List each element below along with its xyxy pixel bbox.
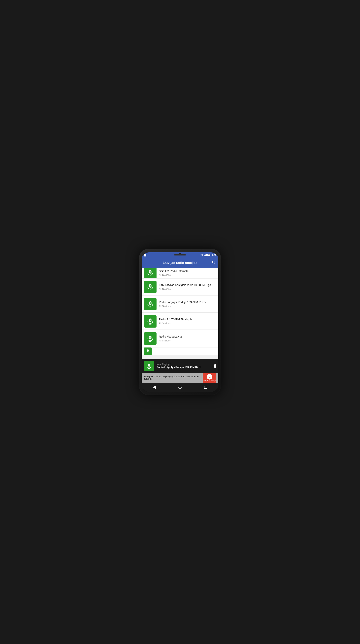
station-name: Spin FM Radio Interneta [159, 269, 216, 273]
recent-nav-icon [204, 386, 207, 389]
list-item[interactable]: Radio Latgolys Radeja 103.0FM Rēznē All … [142, 296, 218, 312]
now-playing-bar[interactable]: Now Playing : Radio Latgolys Radeja 103.… [142, 359, 218, 373]
station-name: LKR Latvijas Kristīgais radio 101.8FM Ri… [159, 283, 216, 287]
back-button[interactable]: ← [144, 260, 148, 265]
svg-point-26 [149, 365, 149, 366]
station-name: Radio Maria Latvia [159, 335, 216, 338]
signal-bars [204, 254, 207, 256]
station-icon [144, 281, 156, 293]
station-category: All Stations [159, 288, 216, 290]
app-title: Latvijas radio stacijas [151, 261, 209, 265]
svg-point-17 [150, 320, 151, 321]
station-icon [144, 332, 156, 345]
admob-label: AdMob by Google [203, 380, 216, 382]
pause-button[interactable] [214, 364, 216, 368]
admob-icon: a [207, 374, 212, 380]
admob-logo: a AdMob by Google [203, 373, 216, 383]
status-left [144, 254, 146, 256]
station-info: LKR Latvijas Kristīgais radio 101.8FM Ri… [159, 283, 216, 290]
station-category: All Stations [159, 339, 216, 342]
ad-text: Nice job! You're displaying a 320 x 50 t… [144, 375, 203, 381]
list-item[interactable]: Radio Maria Latvia All Stations [142, 330, 218, 347]
back-nav-icon [153, 386, 156, 389]
ad-bold: Nice job! [144, 375, 153, 378]
station-category: All Stations [159, 322, 216, 325]
svg-point-9 [150, 286, 151, 287]
now-playing-icon [144, 361, 154, 371]
station-info: Radio 1 107.0FM Jēkabpils All Stations [159, 318, 216, 325]
phone-frame: 4G ⚡ 2:33 ← Latvija [139, 249, 221, 395]
list-item[interactable] [142, 348, 218, 355]
status-time: 2:33 [212, 254, 216, 256]
ad-banner: Nice job! You're displaying a 320 x 50 t… [142, 373, 218, 383]
search-button[interactable] [212, 260, 216, 265]
playback-controls[interactable] [214, 364, 216, 368]
station-name: Radio 1 107.0FM Jēkabpils [159, 318, 216, 321]
station-icon [144, 315, 156, 328]
phone-screen: 4G ⚡ 2:33 ← Latvija [142, 252, 218, 392]
home-nav-button[interactable] [176, 384, 184, 391]
battery-icon: ⚡ [207, 254, 211, 256]
station-list: Spin FM Radio Interneta All Stations [142, 268, 218, 359]
svg-point-21 [150, 337, 151, 338]
list-item[interactable]: LKR Latvijas Kristīgais radio 101.8FM Ri… [142, 279, 218, 295]
station-info: Spin FM Radio Interneta All Stations [159, 269, 216, 276]
station-icon [144, 298, 156, 310]
svg-line-1 [214, 263, 215, 264]
svg-point-13 [150, 303, 151, 304]
back-nav-button[interactable] [150, 384, 158, 391]
now-playing-station: Radio Latgolys Radeja 103.0FM Rēzl [156, 366, 212, 369]
notification-icon [144, 254, 146, 256]
svg-rect-22 [147, 349, 149, 352]
home-nav-icon [178, 386, 182, 389]
now-playing-label: Now Playing : [156, 363, 212, 366]
status-right: 4G ⚡ 2:33 [200, 254, 216, 256]
station-icon [144, 348, 152, 355]
station-category: All Stations [159, 274, 216, 276]
signal-type: 4G [200, 254, 203, 256]
station-category: All Stations [159, 305, 216, 308]
app-bar: ← Latvijas radio stacijas [142, 258, 218, 268]
phone-speaker [174, 254, 186, 256]
list-item[interactable]: Radio 1 107.0FM Jēkabpils All Stations [142, 313, 218, 330]
list-item[interactable]: Spin FM Radio Interneta All Stations [142, 268, 218, 278]
svg-point-5 [150, 272, 151, 273]
nav-bar [142, 383, 218, 392]
station-name: Radio Latgolys Radeja 103.0FM Rēznē [159, 300, 216, 304]
station-icon [144, 268, 156, 278]
now-playing-info: Now Playing : Radio Latgolys Radeja 103.… [156, 363, 212, 369]
recent-nav-button[interactable] [202, 384, 210, 391]
station-info: Radio Latgolys Radeja 103.0FM Rēznē All … [159, 300, 216, 308]
station-info: Radio Maria Latvia All Stations [159, 335, 216, 342]
